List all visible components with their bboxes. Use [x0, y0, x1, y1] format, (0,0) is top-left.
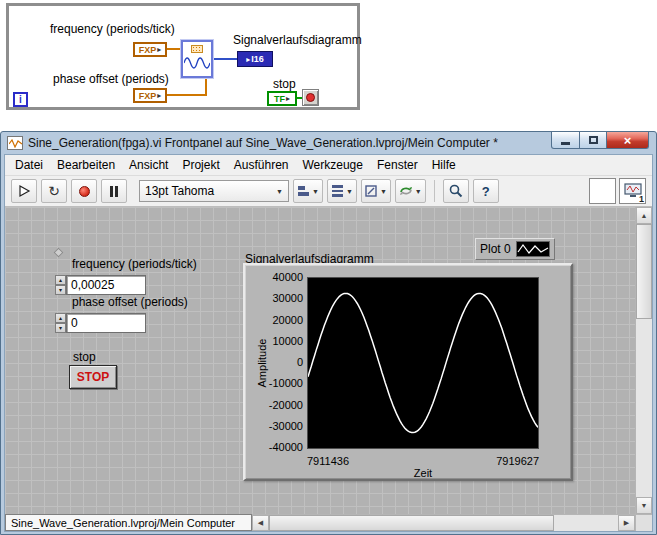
frequency-spinner: ▴ ▾ — [55, 275, 66, 295]
vertical-scroll-thumb[interactable] — [636, 224, 652, 319]
stop-led-icon — [306, 93, 315, 102]
menu-datei[interactable]: Datei — [8, 156, 50, 174]
bd-signal-label: Signalverlaufsdiagramm — [233, 33, 362, 47]
y-tick-label: -30000 — [269, 420, 303, 432]
reorder-objects-dropdown[interactable]: ▼ — [395, 179, 426, 203]
scroll-up-button[interactable]: ▲ — [636, 207, 652, 224]
sine-wave-icon — [184, 53, 210, 73]
y-tick-label: 20000 — [272, 314, 303, 326]
increment-button[interactable]: ▴ — [55, 313, 66, 323]
selection-handle-icon — [54, 248, 64, 258]
sine-waveform — [308, 278, 538, 448]
bd-frequency-label: frequency (periods/tick) — [50, 22, 175, 36]
i16-terminal-label: I16 — [251, 54, 264, 64]
decrement-button[interactable]: ▾ — [55, 285, 66, 295]
close-button[interactable]: × — [607, 132, 649, 149]
i16-indicator-terminal[interactable]: ▸I16 — [237, 51, 273, 67]
fxp-terminal-phase[interactable]: FXP▸ — [133, 88, 167, 103]
minimize-icon — [561, 142, 570, 145]
horizontal-scroll-track[interactable] — [554, 515, 618, 531]
vertical-scrollbar[interactable]: ▲ ▼ — [635, 207, 652, 514]
stop-button[interactable]: STOP — [69, 365, 117, 389]
block-diagram-window: frequency (periods/tick) FXP▸ phase offs… — [6, 3, 360, 110]
scroll-right-button[interactable]: ▶ — [618, 515, 635, 531]
toolbar: ↻ 13pt Tahoma ▼ ▼ ▼ — [5, 176, 652, 207]
toolbar-separator — [434, 180, 435, 202]
menu-werkzeuge[interactable]: Werkzeuge — [295, 156, 369, 174]
wire-phase-horizontal — [167, 94, 207, 96]
iteration-label: i — [19, 94, 22, 105]
help-button[interactable]: ? — [473, 179, 499, 203]
distribute-objects-icon — [331, 185, 344, 197]
run-continuous-icon: ↻ — [48, 183, 60, 199]
scroll-down-button[interactable]: ▼ — [636, 497, 652, 514]
menu-hilfe[interactable]: Hilfe — [425, 156, 463, 174]
horizontal-scroll-thumb[interactable] — [269, 515, 554, 531]
run-icon — [17, 184, 31, 198]
execution-target-icon[interactable]: 1 — [619, 178, 646, 204]
increment-button[interactable]: ▴ — [55, 275, 66, 285]
loop-iteration-terminal[interactable]: i — [13, 92, 28, 107]
distribute-objects-dropdown[interactable]: ▼ — [327, 179, 357, 203]
align-objects-dropdown[interactable]: ▼ — [293, 179, 323, 203]
resize-objects-dropdown[interactable]: ▼ — [361, 179, 391, 203]
scroll-left-button[interactable]: ◀ — [252, 515, 269, 531]
scroll-down-icon: ▼ — [641, 502, 648, 509]
menu-ansicht[interactable]: Ansicht — [122, 156, 175, 174]
search-button[interactable] — [443, 179, 469, 203]
toolbar-right: 1 — [589, 178, 646, 204]
front-panel-grid: frequency (periods/tick) ▴ ▾ 0,00025 pha… — [5, 207, 635, 514]
x-tick-min: 7911436 — [307, 455, 349, 467]
font-selector[interactable]: 13pt Tahoma ▼ — [139, 180, 289, 202]
vi-icon — [7, 136, 23, 150]
reorder-objects-icon — [399, 185, 413, 197]
fxp-terminal-label: FXP — [139, 45, 157, 55]
y-tick-label: 30000 — [272, 292, 303, 304]
scroll-left-icon: ◀ — [258, 519, 263, 527]
close-icon: × — [624, 134, 632, 147]
chevron-down-icon: ▼ — [346, 188, 353, 195]
abort-icon — [79, 186, 90, 197]
decrement-button[interactable]: ▾ — [55, 323, 66, 333]
window-controls: × — [551, 132, 649, 149]
help-icon: ? — [482, 184, 490, 199]
scroll-right-icon: ▶ — [624, 519, 629, 527]
bd-stop-label: stop — [273, 77, 296, 91]
scrollbar-corner — [635, 514, 652, 531]
menu-ausfuehren[interactable]: Ausführen — [227, 156, 296, 174]
maximize-icon — [589, 136, 598, 144]
pause-icon — [110, 186, 118, 197]
menu-projekt[interactable]: Projekt — [175, 156, 226, 174]
run-button[interactable] — [11, 179, 37, 203]
maximize-button[interactable] — [580, 132, 607, 149]
abort-button[interactable] — [71, 179, 97, 203]
wire-phase-vertical — [205, 78, 207, 96]
diagram-stop-button[interactable] — [302, 89, 319, 106]
vertical-scroll-track[interactable] — [636, 319, 652, 497]
phase-control-label: phase offset (periods) — [72, 295, 188, 309]
stop-control-label: stop — [73, 350, 96, 364]
titlebar[interactable]: Sine_Generation(fpga).vi Frontpanel auf … — [4, 132, 653, 154]
horizontal-scrollbar[interactable]: ◀ ▶ — [252, 514, 635, 531]
search-icon — [449, 184, 463, 198]
sine-generator-node[interactable] — [181, 40, 213, 78]
terminal-arrow-icon: ▸ — [246, 55, 250, 64]
chevron-down-icon: ▼ — [415, 188, 422, 195]
phase-input[interactable]: 0 — [66, 313, 146, 333]
icon-editor-box[interactable] — [589, 178, 616, 204]
run-continuous-button[interactable]: ↻ — [41, 179, 67, 203]
fxp-terminal-frequency[interactable]: FXP▸ — [133, 42, 167, 57]
front-panel-window: Sine_Generation(fpga).vi Frontpanel auf … — [0, 131, 657, 535]
phase-control: ▴ ▾ 0 — [55, 313, 146, 333]
plot-legend[interactable]: Plot 0 — [475, 238, 555, 260]
tf-terminal-stop[interactable]: TF▸ — [267, 91, 297, 106]
menu-fenster[interactable]: Fenster — [370, 156, 425, 174]
terminal-arrow-icon: ▸ — [157, 91, 161, 100]
scroll-up-icon: ▲ — [641, 212, 648, 219]
pause-button[interactable] — [101, 179, 127, 203]
menu-bearbeiten[interactable]: Bearbeiten — [50, 156, 122, 174]
plot-area — [307, 277, 539, 449]
minimize-button[interactable] — [551, 132, 580, 149]
frequency-input[interactable]: 0,00025 — [66, 275, 146, 295]
chevron-down-icon: ▼ — [312, 188, 319, 195]
